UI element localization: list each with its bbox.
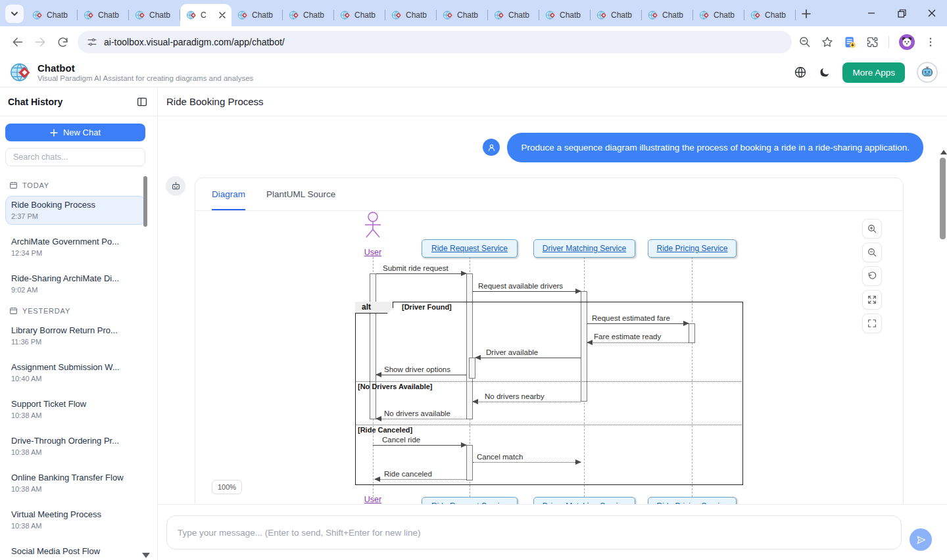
message-arrow bbox=[473, 291, 581, 292]
section-header-today: TODAY bbox=[9, 181, 143, 189]
new-chat-button[interactable]: New Chat bbox=[5, 124, 145, 141]
visual-paradigm-favicon bbox=[135, 10, 145, 20]
chat-item-time: 10:40 AM bbox=[11, 375, 140, 383]
restore-button[interactable] bbox=[886, 0, 917, 26]
message-label: Request available drivers bbox=[478, 282, 563, 290]
person-icon bbox=[487, 143, 497, 152]
message-composer bbox=[158, 504, 947, 560]
zoom-level-badge: 100% bbox=[212, 480, 242, 494]
dark-mode-moon-icon[interactable] bbox=[819, 66, 831, 78]
browser-tab[interactable]: Chatb bbox=[334, 4, 385, 26]
tab-search-button[interactable] bbox=[5, 5, 24, 23]
browser-tab[interactable]: Chatb bbox=[591, 4, 642, 26]
browser-menu-icon[interactable] bbox=[925, 36, 936, 48]
minimize-button[interactable] bbox=[856, 0, 886, 26]
browser-tab[interactable]: Chatb bbox=[385, 4, 437, 26]
actor-label-bottom: User bbox=[360, 495, 386, 504]
browser-tab-active[interactable]: C bbox=[180, 4, 231, 26]
new-tab-button[interactable] bbox=[797, 5, 815, 23]
chat-scroll-up-icon[interactable] bbox=[940, 150, 947, 154]
chat-item[interactable]: Assignment Submission W... 10:40 AM bbox=[5, 358, 146, 387]
chat-item[interactable]: ArchiMate Government Po... 12:34 PM bbox=[5, 233, 146, 262]
site-settings-icon[interactable] bbox=[87, 37, 97, 47]
chat-scrollbar-thumb[interactable] bbox=[940, 158, 946, 239]
fullscreen-button[interactable] bbox=[862, 314, 882, 333]
browser-tab[interactable]: Chatb bbox=[539, 4, 591, 26]
visual-paradigm-favicon bbox=[648, 10, 658, 20]
collapse-sidebar-button[interactable] bbox=[135, 95, 149, 109]
message-label: Driver available bbox=[486, 348, 538, 356]
app-header: Chatbot Visual Paradigm AI Assistant for… bbox=[0, 58, 947, 87]
browser-tab[interactable]: Chatb bbox=[231, 4, 283, 26]
calendar-icon bbox=[9, 181, 18, 189]
chat-item[interactable]: Support Ticket Flow 10:38 AM bbox=[5, 395, 146, 424]
calendar-icon bbox=[9, 306, 18, 315]
extensions-puzzle-icon[interactable] bbox=[866, 35, 879, 49]
browser-tab[interactable]: Chatb bbox=[129, 4, 180, 26]
reset-view-button[interactable] bbox=[862, 266, 882, 286]
browser-tab[interactable]: Chatb bbox=[693, 4, 744, 26]
send-icon bbox=[915, 534, 927, 546]
message-label: Submit ride request bbox=[383, 264, 449, 272]
browser-toolbar: ai-toolbox.visual-paradigm.com/app/chatb… bbox=[0, 26, 947, 58]
chat-item[interactable]: Online Banking Transfer Flow 10:38 AM bbox=[5, 469, 146, 498]
sidebar-scroll-down-icon[interactable] bbox=[142, 553, 150, 558]
chat-item[interactable]: Virtual Meeting Process 10:38 AM bbox=[5, 505, 146, 534]
chat-item[interactable]: Drive-Through Ordering Pr... 10:38 AM bbox=[5, 432, 146, 461]
diagram-viewport[interactable]: User Ride Request Service Driver Matchin… bbox=[195, 210, 903, 504]
tab-diagram[interactable]: Diagram bbox=[212, 178, 245, 210]
bookmark-star-icon[interactable] bbox=[821, 35, 834, 49]
reading-list-icon[interactable] bbox=[843, 35, 857, 49]
profile-avatar[interactable] bbox=[898, 34, 915, 51]
browser-tab[interactable]: Chatb bbox=[642, 4, 693, 26]
message-label: No drivers nearby bbox=[485, 392, 545, 400]
tab-plantuml-source[interactable]: PlantUML Source bbox=[266, 178, 335, 210]
close-tab-icon[interactable] bbox=[219, 12, 226, 18]
chatbot-widget-button[interactable] bbox=[917, 62, 938, 83]
message-label: Request estimated fare bbox=[592, 314, 670, 322]
browser-tab[interactable]: Chatb bbox=[437, 4, 488, 26]
visual-paradigm-favicon bbox=[750, 10, 761, 20]
chat-item[interactable]: Library Borrow Return Pro... 11:36 PM bbox=[5, 321, 146, 350]
tab-label: Chatb bbox=[508, 11, 533, 20]
message-arrow bbox=[373, 445, 466, 446]
visual-paradigm-favicon bbox=[289, 10, 299, 20]
actor-label-top: User bbox=[360, 248, 386, 257]
diagram-result-card: Diagram PlantUML Source bbox=[195, 177, 904, 504]
visual-paradigm-logo bbox=[9, 61, 32, 83]
fragment-operator: alt bbox=[355, 302, 393, 314]
address-bar[interactable]: ai-toolbox.visual-paradigm.com/app/chatb… bbox=[78, 31, 792, 53]
user-avatar bbox=[483, 139, 500, 156]
chat-item-title: Ride-Sharing ArchiMate Di... bbox=[11, 273, 140, 283]
chat-item[interactable]: Social Media Post Flow bbox=[5, 542, 146, 560]
message-input[interactable] bbox=[166, 515, 902, 549]
search-chats-input[interactable] bbox=[5, 148, 145, 166]
main-panel: Ride Booking Process Produce a sequence … bbox=[158, 87, 947, 560]
forward-icon bbox=[34, 35, 47, 49]
browser-tab[interactable]: Chatb bbox=[283, 4, 334, 26]
browser-tab[interactable]: Chatb bbox=[26, 4, 78, 26]
chat-item-time: 9:02 AM bbox=[11, 286, 140, 294]
chat-item[interactable]: Ride Booking Process 2:37 PM bbox=[5, 196, 146, 225]
browser-tab[interactable]: Chatb bbox=[744, 4, 796, 26]
visual-paradigm-favicon bbox=[494, 10, 504, 20]
send-button[interactable] bbox=[910, 528, 932, 551]
page-title: Ride Booking Process bbox=[166, 96, 264, 107]
browser-tab[interactable]: Chatb bbox=[78, 4, 129, 26]
zoom-out-button[interactable] bbox=[862, 243, 882, 262]
language-globe-icon[interactable] bbox=[794, 66, 807, 79]
browser-tab[interactable]: Chatb bbox=[488, 4, 539, 26]
back-button[interactable] bbox=[7, 31, 29, 53]
reload-button[interactable] bbox=[51, 31, 74, 53]
sidebar-scrollbar-thumb[interactable] bbox=[143, 176, 147, 227]
close-window-button[interactable] bbox=[917, 0, 947, 26]
more-apps-button[interactable]: More Apps bbox=[842, 62, 905, 83]
robot-icon bbox=[170, 181, 182, 192]
expand-button[interactable] bbox=[862, 290, 882, 310]
chat-item-time: 10:38 AM bbox=[11, 522, 140, 530]
chat-item[interactable]: Ride-Sharing ArchiMate Di... 9:02 AM bbox=[5, 269, 146, 298]
forward-button[interactable] bbox=[29, 31, 51, 53]
url-text[interactable]: ai-toolbox.visual-paradigm.com/app/chatb… bbox=[104, 37, 285, 47]
zoom-out-page-icon[interactable] bbox=[798, 35, 812, 49]
zoom-in-button[interactable] bbox=[862, 219, 882, 239]
